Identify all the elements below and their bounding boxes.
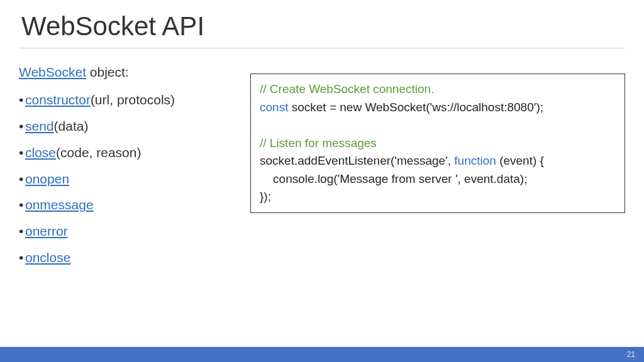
onmessage-link[interactable]: onmessage xyxy=(25,197,94,212)
code-column: // Create WebSocket connection. const so… xyxy=(250,60,625,272)
api-list: constructor(url, protocols) send(data) c… xyxy=(19,87,233,270)
slide-title: WebSocket API xyxy=(19,11,625,41)
constructor-link[interactable]: constructor xyxy=(25,92,91,107)
list-item: onerror xyxy=(19,219,233,244)
close-link[interactable]: close xyxy=(25,145,56,160)
list-item: onclose xyxy=(19,245,233,270)
code-text: socket = new WebSocket('ws://localhost:8… xyxy=(288,101,543,114)
api-column: WebSocket object: constructor(url, proto… xyxy=(19,60,233,272)
list-item: onopen xyxy=(19,167,233,192)
params: (data) xyxy=(54,119,89,133)
object-suffix: object: xyxy=(86,65,129,79)
list-item: onmessage xyxy=(19,192,233,217)
page-number: 21 xyxy=(627,350,635,359)
object-line: WebSocket object: xyxy=(19,60,233,85)
title-divider xyxy=(19,48,625,48)
send-link[interactable]: send xyxy=(25,119,54,133)
slide: WebSocket API WebSocket object: construc… xyxy=(0,0,644,362)
params: (url, protocols) xyxy=(91,92,175,107)
onopen-link[interactable]: onopen xyxy=(25,172,69,186)
params: (code, reason) xyxy=(56,145,141,160)
onerror-link[interactable]: onerror xyxy=(25,224,68,238)
list-item: close(code, reason) xyxy=(19,140,233,165)
code-text: (event) { xyxy=(496,154,544,167)
footer-bar: 21 xyxy=(0,347,644,362)
list-item: constructor(url, protocols) xyxy=(19,87,233,112)
websocket-object-link[interactable]: WebSocket xyxy=(19,65,86,79)
list-item: send(data) xyxy=(19,114,233,139)
code-text: socket.addEventListener('message', xyxy=(260,154,454,167)
code-comment: // Listen for messages xyxy=(260,136,377,150)
code-text: console.log('Message from server ', even… xyxy=(260,172,527,185)
code-text: }); xyxy=(260,190,271,203)
onclose-link[interactable]: onclose xyxy=(25,250,70,265)
code-keyword: const xyxy=(260,101,288,114)
code-comment: // Create WebSocket connection. xyxy=(260,82,434,96)
slide-content: WebSocket object: constructor(url, proto… xyxy=(19,60,625,272)
code-example: // Create WebSocket connection. const so… xyxy=(250,74,625,213)
code-keyword: function xyxy=(454,154,496,167)
